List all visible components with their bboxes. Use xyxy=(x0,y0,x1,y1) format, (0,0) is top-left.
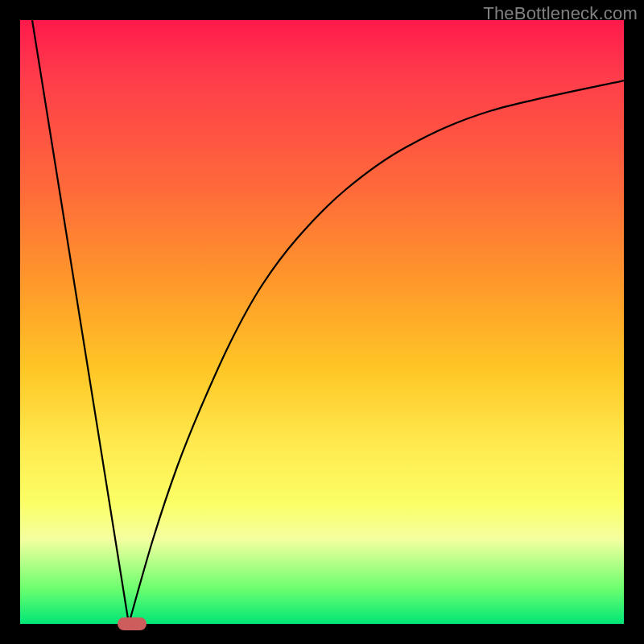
chart-frame: TheBottleneck.com xyxy=(0,0,644,644)
watermark-text: TheBottleneck.com xyxy=(483,3,638,24)
plot-area xyxy=(20,20,624,624)
bottleneck-marker xyxy=(118,617,147,630)
right-curve-path xyxy=(129,80,624,624)
left-curve-path xyxy=(32,20,129,624)
curves-svg xyxy=(20,20,624,624)
